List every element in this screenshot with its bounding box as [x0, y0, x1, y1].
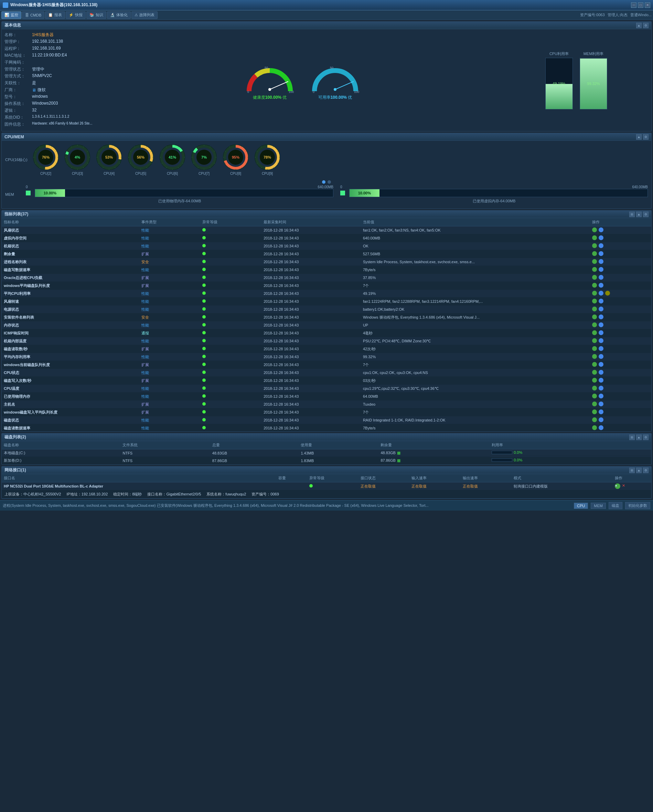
action-view[interactable] — [592, 425, 597, 430]
action-info[interactable] — [599, 299, 603, 304]
action-view[interactable] — [592, 227, 597, 232]
indicator-time: 2018-12-28 16:34:43 — [261, 305, 361, 313]
indicator-alarm — [200, 345, 261, 353]
disk-settings-button[interactable]: ⚙ — [643, 435, 648, 440]
action-view[interactable] — [592, 314, 597, 319]
action-view[interactable] — [592, 370, 597, 375]
action-view[interactable] — [592, 243, 597, 248]
action-view[interactable] — [592, 251, 597, 256]
action-info[interactable] — [599, 275, 603, 280]
th-disk-name: 磁盘名称 — [2, 441, 121, 449]
th-net-status: 接口状态 — [359, 474, 409, 482]
indicator-scroll[interactable]: 指标名称 事件类型 异常等级 最新采集时间 当前值 操作 风扇状态 性能 201… — [2, 218, 651, 432]
action-info[interactable] — [599, 330, 603, 335]
collapse-button[interactable]: ▲ — [636, 23, 642, 28]
nav-tab-monitor[interactable]: 📊 监控 — [2, 11, 21, 19]
btab-mem[interactable]: MEM — [591, 503, 606, 509]
action-edit[interactable] — [605, 291, 610, 296]
action-info[interactable] — [599, 401, 603, 406]
maximize-button[interactable]: □ — [638, 2, 643, 8]
action-info[interactable] — [599, 409, 603, 414]
action-info[interactable] — [599, 283, 603, 288]
action-view[interactable] — [592, 299, 597, 304]
action-view[interactable] — [592, 362, 597, 367]
indicator-expand-button[interactable]: ⊞ — [629, 212, 635, 217]
action-info[interactable] — [599, 243, 603, 248]
indicator-type: 性能 — [139, 242, 201, 250]
nav-tab-cmdb[interactable]: 🗄 CMDB — [22, 11, 44, 19]
action-view[interactable] — [592, 346, 597, 351]
action-view[interactable] — [592, 394, 597, 398]
action-info[interactable] — [599, 346, 603, 351]
indicator-time: 2018-12-28 16:34:43 — [261, 250, 361, 258]
action-view[interactable] — [592, 267, 597, 272]
action-view[interactable] — [592, 417, 597, 422]
action-info[interactable] — [599, 417, 603, 422]
close-button[interactable]: ✕ — [645, 2, 650, 8]
action-view[interactable] — [592, 401, 597, 406]
action-info[interactable] — [599, 354, 603, 359]
indicator-actions — [590, 361, 651, 369]
indicator-time: 2018-12-28 16:34:43 — [261, 258, 361, 266]
action-view[interactable] — [592, 291, 597, 296]
indicator-collapse-button[interactable]: ▲ — [636, 212, 642, 217]
action-view[interactable] — [592, 409, 597, 414]
action-info[interactable] — [599, 251, 603, 256]
action-info[interactable] — [599, 386, 603, 391]
disk-expand-button[interactable]: ⊞ — [629, 435, 635, 440]
action-info[interactable] — [599, 291, 603, 296]
indicator-settings-button[interactable]: ⚙ — [643, 212, 648, 217]
indicator-type: 性能 — [139, 337, 201, 345]
nav-tab-fault[interactable]: ⚠ 故障列表 — [131, 11, 157, 19]
network-settings-button[interactable]: ⚙ — [643, 468, 648, 473]
action-view[interactable] — [592, 386, 597, 391]
action-info[interactable] — [599, 394, 603, 398]
action-info[interactable] — [599, 267, 603, 272]
action-view[interactable] — [592, 338, 597, 343]
action-view[interactable] — [592, 330, 597, 335]
action-info[interactable] — [599, 370, 603, 375]
minimize-button[interactable]: ─ — [631, 2, 636, 8]
action-info[interactable] — [599, 338, 603, 343]
cpu-settings-button[interactable]: ⚙ — [643, 134, 648, 140]
settings-button[interactable]: ⚙ — [643, 23, 648, 28]
action-view[interactable] — [592, 354, 597, 359]
indicator-value: cpu1:OK, cpu2:OK, cpu3:OK, cpu4:NS — [361, 369, 590, 377]
network-expand-button[interactable]: ⊞ — [629, 468, 635, 473]
action-view[interactable] — [592, 259, 597, 264]
action-view[interactable] — [592, 322, 597, 327]
nav-tab-experience[interactable]: 🔬 体验化 — [107, 11, 131, 19]
nav-tab-quick[interactable]: ⚡ 快报 — [66, 11, 85, 19]
dot-1[interactable] — [322, 180, 325, 184]
btab-init[interactable]: 初始化参数 — [625, 502, 650, 509]
btab-disk[interactable]: 磁盘 — [609, 502, 622, 509]
nav-tab-knowledge[interactable]: 📚 知识 — [86, 11, 106, 19]
cpu-collapse-button[interactable]: ▲ — [636, 134, 642, 140]
dot-2[interactable] — [328, 180, 331, 184]
action-info[interactable] — [599, 425, 603, 430]
net-action-view[interactable]: ● — [615, 484, 620, 489]
nav-tab-report[interactable]: 📋 报表 — [45, 11, 65, 19]
net-action-delete[interactable]: ✕ — [622, 484, 625, 488]
action-info[interactable] — [599, 235, 603, 240]
action-info[interactable] — [599, 307, 603, 311]
table-row: 磁盘写数据速率 性能 2018-12-28 16:34:43 7Byte/s — [2, 266, 651, 274]
fault-icon: ⚠ — [134, 13, 138, 17]
action-view[interactable] — [592, 283, 597, 288]
action-view[interactable] — [592, 307, 597, 311]
network-adapter-details: 上联设备：中心机柜H2_S5500V2 IP地址：192.168.10.202 … — [2, 490, 651, 499]
action-info[interactable] — [599, 259, 603, 264]
action-info[interactable] — [599, 314, 603, 319]
btab-cpu[interactable]: CPU — [574, 503, 588, 509]
indicator-title: 指标列表(37) — [5, 211, 28, 217]
action-info[interactable] — [599, 362, 603, 367]
indicator-alarm — [200, 416, 261, 424]
disk-collapse-button[interactable]: ▲ — [636, 435, 642, 440]
action-info[interactable] — [599, 322, 603, 327]
action-info[interactable] — [599, 227, 603, 232]
network-collapse-button[interactable]: ▲ — [636, 468, 642, 473]
action-view[interactable] — [592, 235, 597, 240]
action-view[interactable] — [592, 275, 597, 280]
action-info[interactable] — [599, 378, 603, 383]
action-view[interactable] — [592, 378, 597, 383]
